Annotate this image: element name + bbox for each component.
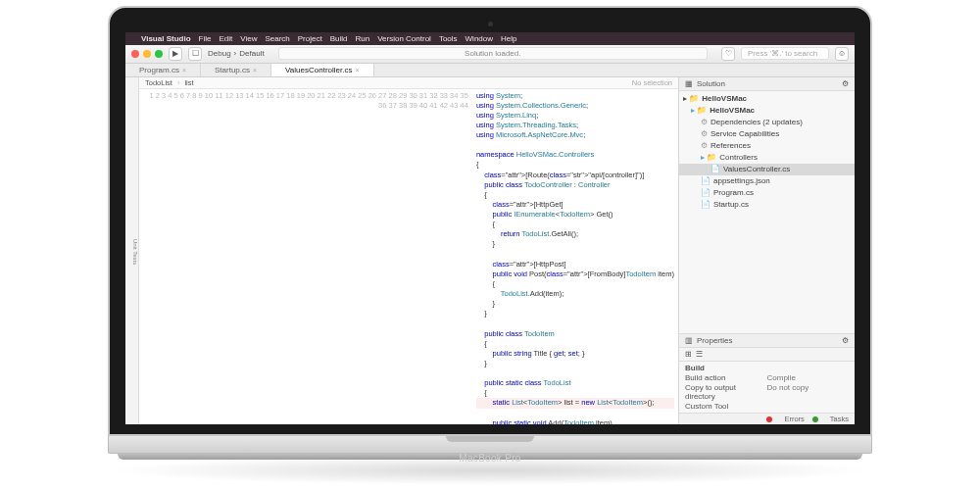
zoom-button[interactable] [155, 50, 163, 58]
breadcrumb[interactable]: TodoList › list No selection [139, 77, 678, 89]
prop-key: Build action [685, 373, 767, 382]
left-pad-rail: Unit Tests Document Outline Toolbox [125, 77, 139, 424]
menu-project[interactable]: Project [298, 34, 322, 43]
folder-icon: ▸ 📁 [701, 152, 716, 164]
menu-window[interactable]: Window [466, 34, 493, 43]
menu-run[interactable]: Run [355, 34, 369, 43]
solution-icon: ▦ [685, 79, 693, 88]
properties-grid: Build Build actionCompile Copy to output… [679, 362, 855, 413]
breadcrumb-class: TodoList [145, 78, 172, 87]
tree-item[interactable]: ⚙ Dependencies (2 updates) [679, 117, 855, 128]
menu-build[interactable]: Build [330, 34, 348, 43]
screen: Visual Studio File Edit View Search Proj… [125, 32, 855, 424]
right-column: ▦ Solution ⚙ ▸ 📁 HelloVSMac▸ 📁 HelloVSMa… [678, 77, 855, 424]
menu-search[interactable]: Search [265, 34, 289, 43]
laptop-brand: MacBook Pro [459, 453, 520, 464]
camera-dot [488, 22, 493, 26]
document-tabs: Program.cs× Startup.cs× ValuesController… [125, 64, 855, 77]
config-target: Default [239, 49, 264, 58]
gear-icon: ⚙ [701, 140, 708, 152]
code-body[interactable]: using System; using System.Collections.G… [472, 89, 678, 424]
properties-icon: ▥ [685, 336, 693, 345]
chevron-right-icon: › [177, 78, 180, 87]
status-footer: Errors Tasks [679, 413, 855, 424]
code-editor[interactable]: 1 2 3 4 5 6 7 8 9 10 11 12 13 14 15 16 1… [139, 89, 678, 424]
solution-tree[interactable]: ▸ 📁 HelloVSMac▸ 📁 HelloVSMac⚙ Dependenci… [679, 91, 855, 333]
menu-help[interactable]: Help [501, 34, 516, 43]
gear-icon[interactable]: ⚙ [842, 79, 849, 88]
build-config-button[interactable]: ☐ [188, 47, 202, 61]
file-icon: 📄 [710, 164, 720, 175]
laptop-base [108, 436, 872, 454]
traffic-lights [131, 50, 163, 58]
menu-tools[interactable]: Tools [439, 34, 458, 43]
config-name: Debug [208, 49, 231, 58]
tree-item[interactable]: 📄 Program.cs [679, 187, 855, 199]
tree-item[interactable]: ▸ 📁 Controllers [679, 152, 855, 164]
prop-key: Copy to output directory [685, 383, 767, 401]
properties-header: ▥ Properties ⚙ [679, 334, 855, 348]
tree-root[interactable]: ▸ 📁 HelloVSMac [679, 93, 855, 105]
tab-alpha-icon[interactable]: ⊞ [685, 350, 692, 359]
laptop-frame: Visual Studio File Edit View Search Proj… [108, 6, 872, 485]
macos-menubar: Visual Studio File Edit View Search Proj… [125, 32, 855, 45]
tree-item[interactable]: 📄 Startup.cs [679, 199, 855, 211]
menu-vcs[interactable]: Version Control [377, 34, 431, 43]
tab-startup[interactable]: Startup.cs× [201, 64, 271, 76]
pad-document-outline[interactable]: Document Outline [125, 228, 126, 275]
tree-item[interactable]: 📄 ValuesController.cs [679, 164, 855, 175]
prop-val[interactable]: Do not copy [767, 383, 850, 401]
gear-icon: ⚙ [701, 128, 708, 140]
prop-val[interactable]: Compile [767, 373, 850, 382]
properties-section: Build [685, 364, 849, 372]
breadcrumb-member: list [184, 78, 193, 87]
close-icon[interactable]: × [253, 67, 257, 74]
run-configuration[interactable]: Debug › Default [208, 49, 265, 58]
search-input[interactable]: Press '⌘.' to search [741, 47, 829, 60]
screen-bezel: Visual Studio File Edit View Search Proj… [108, 6, 872, 436]
breadcrumb-noselection: No selection [632, 78, 672, 87]
notifications-icon[interactable]: ♡ [721, 47, 735, 61]
run-button[interactable]: ▶ [169, 47, 182, 61]
menu-file[interactable]: File [199, 34, 212, 43]
tree-item[interactable]: ⚙ References [679, 140, 855, 152]
close-icon[interactable]: × [182, 67, 186, 74]
tab-valuescontroller[interactable]: ValuesController.cs× [271, 64, 373, 76]
menu-view[interactable]: View [240, 34, 257, 43]
line-gutter: 1 2 3 4 5 6 7 8 9 10 11 12 13 14 15 16 1… [139, 89, 472, 424]
properties-title: Properties [697, 336, 732, 345]
file-icon: 📄 [701, 187, 710, 199]
close-icon[interactable]: × [355, 67, 359, 74]
menubar-app[interactable]: Visual Studio [141, 34, 191, 43]
status-message: Solution loaded. [278, 47, 708, 60]
editor-column: TodoList › list No selection 1 2 3 4 5 6… [139, 77, 678, 424]
file-icon: 📄 [701, 175, 710, 187]
tasks-button[interactable]: Tasks [812, 415, 849, 423]
pad-unit-tests[interactable]: Unit Tests [132, 239, 138, 265]
tab-program[interactable]: Program.cs× [125, 64, 201, 76]
tab-label: Startup.cs [215, 66, 250, 74]
window-toolbar: ▶ ☐ Debug › Default Solution loaded. ♡ P… [125, 45, 855, 64]
properties-panel: ▥ Properties ⚙ ⊞ ☰ Build Build actionCom… [679, 333, 855, 424]
tab-label: ValuesController.cs [285, 66, 352, 74]
minimize-button[interactable] [143, 50, 151, 58]
prop-val[interactable] [767, 402, 850, 411]
solution-header: ▦ Solution ⚙ [679, 77, 855, 91]
tree-item[interactable]: ⚙ Service Capabilities [679, 128, 855, 140]
tree-item[interactable]: ▸ 📁 HelloVSMac [679, 105, 855, 117]
menu-edit[interactable]: Edit [219, 34, 232, 43]
properties-tabs: ⊞ ☰ [679, 348, 855, 362]
tree-item[interactable]: 📄 appsettings.json [679, 175, 855, 187]
folder-icon: ▸ 📁 [691, 105, 707, 117]
prop-key: Custom Tool [685, 402, 767, 411]
file-icon: 📄 [701, 199, 710, 211]
workarea: Unit Tests Document Outline Toolbox Todo… [125, 77, 855, 424]
tab-category-icon[interactable]: ☰ [696, 350, 703, 359]
gear-icon[interactable]: ⚙ [842, 336, 849, 345]
gear-icon: ⚙ [701, 117, 708, 128]
profile-icon[interactable]: ☺ [835, 47, 849, 61]
errors-button[interactable]: Errors [766, 415, 804, 423]
close-button[interactable] [131, 50, 139, 58]
tab-label: Program.cs [139, 66, 179, 74]
chevron-right-icon: › [234, 49, 237, 58]
